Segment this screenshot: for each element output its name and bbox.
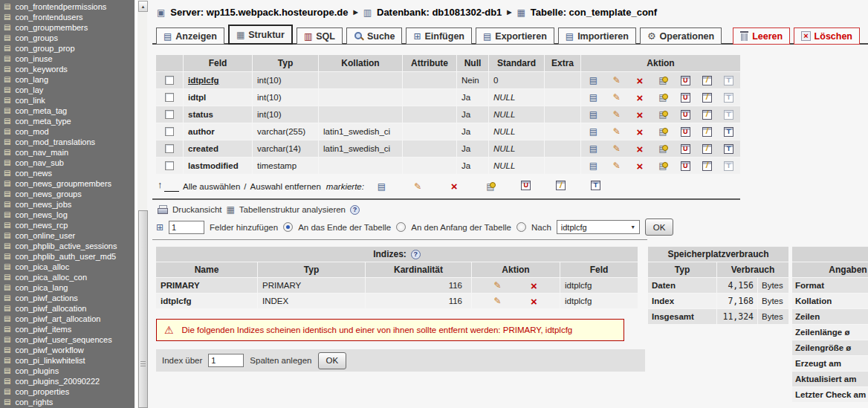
index-icon[interactable]: /: [556, 181, 566, 190]
browse-icon[interactable]: ▤: [588, 75, 599, 86]
delete-icon[interactable]: ×: [528, 296, 540, 307]
sidebar-table-item[interactable]: ▤ con_news: [0, 168, 135, 178]
tab-operationen[interactable]: ⚙ Operationen: [640, 27, 722, 45]
primary-key-icon[interactable]: ▤: [657, 161, 668, 172]
row-checkbox[interactable]: [165, 127, 174, 136]
delete-icon[interactable]: ×: [634, 143, 645, 155]
deselect-all-link[interactable]: Auswahl entfernen: [250, 182, 321, 191]
sidebar-table-item[interactable]: ▤ con_piwf_actions: [0, 293, 135, 303]
primary-key-icon[interactable]: ▤: [657, 143, 668, 155]
sidebar-table-item[interactable]: ▤ con_mod: [0, 126, 135, 137]
edit-pencil-icon[interactable]: ✎: [611, 126, 622, 137]
tab-exportieren[interactable]: ▤ Exportieren: [476, 27, 554, 45]
tab-einfuegen[interactable]: ⊞ Einfügen: [406, 27, 472, 45]
radio-at-end[interactable]: [283, 222, 293, 232]
sidebar-table-item[interactable]: ▤ con_meta_type: [0, 116, 135, 126]
sidebar-table-item[interactable]: ▤ con_link: [0, 95, 135, 106]
sidebar-table-item[interactable]: ▤ con_online_user: [0, 230, 135, 241]
delete-icon[interactable]: ×: [634, 161, 645, 172]
primary-key-icon[interactable]: ▤: [657, 109, 668, 120]
add-fields-count-input[interactable]: [169, 221, 204, 234]
index-icon[interactable]: /: [702, 110, 712, 120]
edit-pencil-icon[interactable]: ✎: [611, 161, 622, 172]
unique-icon[interactable]: U: [521, 181, 531, 190]
sidebar-table-item[interactable]: ▤ con_piwf_workflow: [0, 345, 135, 355]
tab-importieren[interactable]: ▤ Importieren: [558, 27, 636, 45]
sidebar-table-item[interactable]: ▤ con_frontendusers: [0, 12, 135, 22]
sidebar-table-item[interactable]: ▤ con_piwf_user_sequences: [0, 334, 135, 345]
tab-suche[interactable]: Suche: [346, 27, 403, 45]
index-icon[interactable]: /: [702, 161, 712, 171]
tab-sql[interactable]: ▥ SQL: [297, 27, 343, 45]
primary-key-icon[interactable]: ▤: [485, 181, 496, 192]
delete-icon[interactable]: ×: [634, 75, 645, 86]
edit-pencil-icon[interactable]: ✎: [492, 280, 503, 291]
unique-icon[interactable]: U: [681, 127, 690, 137]
sidebar-table-item[interactable]: ▤ con_groups: [0, 33, 135, 43]
edit-pencil-icon[interactable]: ✎: [611, 143, 622, 155]
fulltext-icon[interactable]: T: [724, 161, 733, 171]
row-checkbox[interactable]: [165, 76, 174, 85]
edit-pencil-icon[interactable]: ✎: [611, 109, 622, 120]
index-icon[interactable]: /: [702, 93, 712, 103]
fulltext-icon[interactable]: T: [724, 76, 733, 85]
unique-icon[interactable]: U: [681, 161, 690, 171]
sidebar-table-item[interactable]: ▤ con_pi_linkwhitelist: [0, 355, 135, 366]
sidebar-table-item[interactable]: ▤ con_pica_lang: [0, 282, 135, 293]
unique-icon[interactable]: U: [681, 76, 690, 85]
create-index-ok-button[interactable]: OK: [318, 352, 347, 369]
browse-icon[interactable]: ▤: [588, 161, 599, 172]
tab-struktur[interactable]: ▦ Struktur: [228, 25, 293, 45]
browse-icon[interactable]: ▤: [376, 181, 387, 192]
scroll-up-button[interactable]: ▲: [138, 1, 148, 12]
unique-icon[interactable]: U: [681, 93, 690, 103]
delete-icon[interactable]: ×: [528, 280, 540, 291]
tab-anzeigen[interactable]: ▤ Anzeigen: [156, 27, 224, 45]
sidebar-table-item[interactable]: ▤ con_piwf_art_allocation: [0, 314, 135, 324]
sidebar-table-item[interactable]: ▤ con_news_groupmembers: [0, 178, 135, 189]
after-label[interactable]: Nach: [531, 223, 551, 232]
browse-icon[interactable]: ▤: [588, 109, 599, 120]
breadcrumb-database[interactable]: Datenbank: db1081302-db1: [377, 7, 502, 18]
fulltext-icon[interactable]: T: [591, 181, 600, 190]
fulltext-icon[interactable]: T: [724, 127, 733, 137]
delete-icon[interactable]: ×: [634, 92, 645, 103]
sidebar-table-item[interactable]: ▤ con_phplib_auth_user_md5: [0, 251, 135, 262]
sidebar-table-item[interactable]: ▤ con_mod_translations: [0, 137, 135, 147]
primary-key-icon[interactable]: ▤: [657, 75, 668, 86]
fulltext-icon[interactable]: T: [724, 93, 733, 103]
sidebar-table-item[interactable]: ▤ con_news_groups: [0, 189, 135, 199]
sidebar-table-item[interactable]: ▤ con_phplib_active_sessions: [0, 241, 135, 251]
sidebar-table-item[interactable]: ▤ con_nav_sub: [0, 158, 135, 168]
index-icon[interactable]: /: [702, 127, 712, 137]
sidebar-table-item[interactable]: ▤ con_meta_tag: [0, 106, 135, 116]
delete-icon[interactable]: ×: [634, 126, 645, 137]
sidebar-table-item[interactable]: ▤ con_groupmembers: [0, 22, 135, 33]
index-icon[interactable]: /: [702, 76, 712, 85]
sidebar-table-item[interactable]: ▤ con_inuse: [0, 54, 135, 64]
index-columns-input[interactable]: [208, 354, 244, 367]
edit-pencil-icon[interactable]: ✎: [611, 92, 622, 103]
unique-icon[interactable]: U: [681, 144, 690, 154]
sidebar-table-item[interactable]: ▤ con_frontendpermissions: [0, 1, 135, 12]
sidebar-table-item[interactable]: ▤ con_properties: [0, 386, 135, 397]
browse-icon[interactable]: ▤: [588, 92, 599, 103]
fulltext-icon[interactable]: T: [724, 144, 733, 154]
sidebar-table-item[interactable]: ▤ con_news_log: [0, 210, 135, 220]
row-checkbox[interactable]: [165, 110, 174, 119]
sidebar-table-item[interactable]: ▤ con_keywords: [0, 64, 135, 74]
sidebar-table-item[interactable]: ▤ con_pica_alloc_con: [0, 272, 135, 282]
sidebar-table-item[interactable]: ▤ con_pica_alloc: [0, 262, 135, 272]
sidebar-table-item[interactable]: ▤ con_news_rcp: [0, 220, 135, 230]
browse-icon[interactable]: ▤: [588, 126, 599, 137]
browse-icon[interactable]: ▤: [588, 143, 599, 155]
sidebar-table-item[interactable]: ▤ con_piwf_allocation: [0, 303, 135, 314]
edit-pencil-icon[interactable]: ✎: [412, 181, 424, 192]
scrollbar-thumb[interactable]: [138, 210, 148, 408]
edit-pencil-icon[interactable]: ✎: [492, 296, 503, 307]
index-icon[interactable]: /: [702, 144, 712, 154]
add-fields-ok-button[interactable]: OK: [645, 218, 674, 236]
radio-at-begin[interactable]: [396, 222, 406, 232]
sidebar-table-item[interactable]: ▤ con_news_jobs: [0, 199, 135, 210]
row-checkbox[interactable]: [165, 144, 174, 153]
